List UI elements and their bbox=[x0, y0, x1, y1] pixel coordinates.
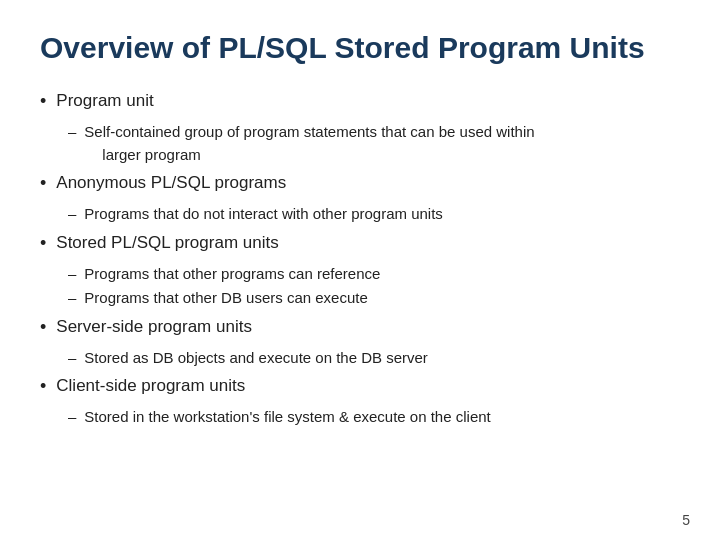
sub-bullet-1-1: – Self-contained group of program statem… bbox=[68, 121, 680, 166]
bullet-text-5: Client-side program units bbox=[56, 373, 245, 399]
sub-bullet-3-2: – Programs that other DB users can execu… bbox=[68, 287, 680, 310]
dash-4-1: – bbox=[68, 347, 76, 370]
sub-bullets-1: – Self-contained group of program statem… bbox=[68, 121, 680, 166]
sub-bullets-2: – Programs that do not interact with oth… bbox=[68, 203, 680, 226]
sub-bullet-5-1: – Stored in the workstation's file syste… bbox=[68, 406, 680, 429]
sub-bullet-text-1-1: Self-contained group of program statemen… bbox=[84, 121, 534, 166]
slide-content: • Program unit – Self-contained group of… bbox=[40, 88, 680, 429]
sub-bullet-text-3-2: Programs that other DB users can execute bbox=[84, 287, 367, 310]
bullet-dot-5: • bbox=[40, 373, 46, 400]
sub-bullets-4: – Stored as DB objects and execute on th… bbox=[68, 347, 680, 370]
dash-2-1: – bbox=[68, 203, 76, 226]
sub-bullet-4-1: – Stored as DB objects and execute on th… bbox=[68, 347, 680, 370]
dash-3-1: – bbox=[68, 263, 76, 286]
sub-bullet-text-2-1: Programs that do not interact with other… bbox=[84, 203, 443, 226]
dash-1-1: – bbox=[68, 121, 76, 144]
bullet-dot-2: • bbox=[40, 170, 46, 197]
slide: Overview of PL/SQL Stored Program Units … bbox=[0, 0, 720, 540]
bullet-text-2: Anonymous PL/SQL programs bbox=[56, 170, 286, 196]
sub-bullets-3: – Programs that other programs can refer… bbox=[68, 263, 680, 310]
sub-bullet-2-1: – Programs that do not interact with oth… bbox=[68, 203, 680, 226]
bullet-2: • Anonymous PL/SQL programs bbox=[40, 170, 680, 197]
sub-bullet-text-4-1: Stored as DB objects and execute on the … bbox=[84, 347, 428, 370]
bullet-text-4: Server-side program units bbox=[56, 314, 252, 340]
dash-3-2: – bbox=[68, 287, 76, 310]
page-number: 5 bbox=[682, 512, 690, 528]
indent-text-1-1: larger program bbox=[102, 146, 200, 163]
dash-5-1: – bbox=[68, 406, 76, 429]
bullet-1: • Program unit bbox=[40, 88, 680, 115]
slide-title: Overview of PL/SQL Stored Program Units bbox=[40, 30, 680, 66]
sub-bullets-5: – Stored in the workstation's file syste… bbox=[68, 406, 680, 429]
bullet-3: • Stored PL/SQL program units bbox=[40, 230, 680, 257]
bullet-4: • Server-side program units bbox=[40, 314, 680, 341]
sub-bullet-3-1: – Programs that other programs can refer… bbox=[68, 263, 680, 286]
bullet-dot-4: • bbox=[40, 314, 46, 341]
bullet-5: • Client-side program units bbox=[40, 373, 680, 400]
bullet-text-1: Program unit bbox=[56, 88, 153, 114]
bullet-dot-3: • bbox=[40, 230, 46, 257]
sub-bullet-text-5-1: Stored in the workstation's file system … bbox=[84, 406, 490, 429]
bullet-dot-1: • bbox=[40, 88, 46, 115]
bullet-text-3: Stored PL/SQL program units bbox=[56, 230, 278, 256]
sub-bullet-text-3-1: Programs that other programs can referen… bbox=[84, 263, 380, 286]
